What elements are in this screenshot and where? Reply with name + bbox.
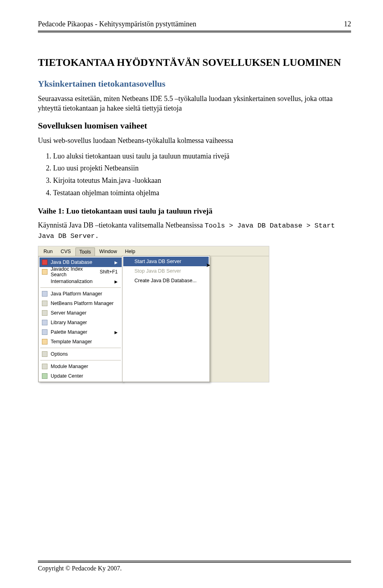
section-heading-2: Sovelluksen luomisen vaiheet bbox=[38, 121, 351, 131]
menu-item-palette-manager[interactable]: Palette Manager ▶ bbox=[39, 327, 122, 337]
menu-item-server-manager[interactable]: Server Manager bbox=[39, 308, 122, 318]
menu-item-template-manager[interactable]: Template Manager bbox=[39, 337, 122, 346]
submenu-item-create-db[interactable]: Create Java DB Database... bbox=[123, 276, 209, 285]
menu-item-label: Library Manager bbox=[51, 320, 87, 325]
menu-item-label: Update Center bbox=[51, 373, 83, 379]
screenshot: Run CVS Tools Window Help Java DB Databa… bbox=[38, 246, 269, 382]
menu-item-label: Stop Java DB Server bbox=[134, 268, 181, 274]
menu-item-update-center[interactable]: Update Center bbox=[39, 371, 122, 381]
server-icon bbox=[41, 310, 48, 316]
section3-paragraph: Käynnistä Java DB –tietokanta valitsemal… bbox=[38, 220, 351, 241]
menu-item-internationalization[interactable]: Internationalization ▶ bbox=[39, 277, 122, 286]
menu-item-label: Palette Manager bbox=[51, 329, 87, 335]
platform-icon bbox=[41, 300, 48, 307]
menu-item-netbeans-platform[interactable]: NetBeans Platform Manager bbox=[39, 299, 122, 308]
page-header: Pedacode Pikaopas - Kehitysympäristön py… bbox=[38, 20, 351, 28]
java-db-submenu: Start Java DB Server Stop Java DB Server… bbox=[122, 255, 210, 382]
menubar: Run CVS Tools Window Help bbox=[38, 246, 269, 256]
menu-item-label: Module Manager bbox=[51, 364, 88, 369]
menu-cvs[interactable]: CVS bbox=[57, 247, 75, 256]
menu-item-javadoc-search[interactable]: Javadoc Index Search Shift+F1 bbox=[39, 267, 122, 277]
menu-item-java-db-database[interactable]: Java DB Database ▶ bbox=[39, 257, 122, 267]
menu-item-label: Javadoc Index Search bbox=[51, 266, 100, 277]
menu-item-java-platform[interactable]: Java Platform Manager bbox=[39, 289, 122, 299]
section3-text-pre: Käynnistä Java DB –tietokanta valitsemal… bbox=[38, 221, 205, 229]
menu-run[interactable]: Run bbox=[40, 247, 56, 256]
header-title: Pedacode Pikaopas - Kehitysympäristön py… bbox=[38, 20, 196, 28]
header-page-number: 12 bbox=[344, 20, 351, 28]
menu-item-label: Java DB Database bbox=[51, 259, 92, 265]
update-icon bbox=[41, 373, 48, 379]
palette-icon bbox=[41, 329, 48, 335]
list-item: Luo uusi projekti Netbeansiin bbox=[53, 162, 351, 174]
submenu-item-start-server[interactable]: Start Java DB Server bbox=[123, 257, 209, 266]
template-icon bbox=[41, 339, 48, 345]
copyright: Copyright © Pedacode Ky 2007. bbox=[38, 565, 351, 572]
page-title: TIETOKANTAA HYÖDYNTÄVÄN SOVELLUKSEN LUOM… bbox=[38, 57, 351, 69]
menu-divider bbox=[40, 360, 121, 360]
submenu-arrow-icon: ▶ bbox=[115, 260, 118, 265]
doc-icon bbox=[41, 269, 48, 275]
platform-icon bbox=[41, 291, 48, 297]
menu-divider bbox=[40, 287, 121, 288]
submenu-arrow-icon: ▶ bbox=[115, 330, 118, 335]
section-paragraph-1: Seuraavassa esitetään, miten Netbeans ID… bbox=[38, 94, 351, 113]
section2-intro: Uusi web-sovellus luodaan Netbeans-työka… bbox=[38, 136, 351, 145]
menu-item-label: Options bbox=[51, 351, 68, 357]
menu-item-label: Server Manager bbox=[51, 310, 87, 316]
library-icon bbox=[41, 319, 48, 326]
menu-item-library-manager[interactable]: Library Manager bbox=[39, 318, 122, 327]
menu-item-options[interactable]: Options bbox=[39, 349, 122, 359]
menu-help[interactable]: Help bbox=[121, 247, 139, 256]
menu-divider bbox=[40, 348, 121, 348]
submenu-arrow-icon: ▶ bbox=[115, 279, 118, 284]
steps-list: Luo aluksi tietokantaan uusi taulu ja ta… bbox=[53, 150, 351, 199]
options-icon bbox=[41, 351, 48, 357]
list-item: Luo aluksi tietokantaan uusi taulu ja ta… bbox=[53, 150, 351, 162]
submenu-item-stop-server: Stop Java DB Server bbox=[123, 266, 209, 276]
step-heading: Vaihe 1: Luo tietokantaan uusi taulu ja … bbox=[38, 207, 351, 216]
menu-item-label: Create Java DB Database... bbox=[134, 278, 197, 283]
shortcut-label: Shift+F1 bbox=[100, 269, 118, 275]
database-icon bbox=[41, 259, 48, 265]
list-item: Testataan ohjelman toiminta ohjelma bbox=[53, 187, 351, 199]
list-item: Kirjoita toteutus Main.java -luokkaan bbox=[53, 174, 351, 187]
menu-item-label: Start Java DB Server bbox=[134, 259, 181, 264]
menu-item-label: Template Manager bbox=[51, 339, 92, 344]
menu-item-label: Internationalization bbox=[51, 279, 93, 284]
menu-tools[interactable]: Tools bbox=[75, 247, 95, 256]
menu-item-label: NetBeans Platform Manager bbox=[51, 301, 114, 306]
dropdown-container: Java DB Database ▶ Javadoc Index Search … bbox=[38, 256, 269, 382]
header-divider bbox=[38, 31, 351, 33]
section-heading-1: Yksinkertainen tietokantasovellus bbox=[38, 79, 351, 89]
menu-item-label: Java Platform Manager bbox=[51, 291, 102, 297]
menu-window[interactable]: Window bbox=[96, 247, 120, 256]
footer-divider bbox=[38, 560, 351, 562]
page-footer: Copyright © Pedacode Ky 2007. bbox=[38, 560, 351, 572]
menu-item-module-manager[interactable]: Module Manager bbox=[39, 362, 122, 371]
tools-dropdown: Java DB Database ▶ Javadoc Index Search … bbox=[38, 256, 123, 382]
module-icon bbox=[41, 363, 48, 370]
